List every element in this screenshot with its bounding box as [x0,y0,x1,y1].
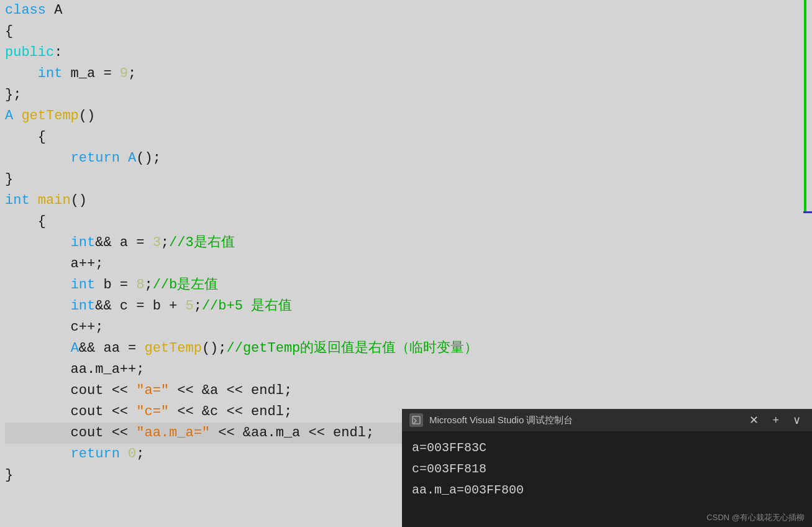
code-line-16: c++; [5,317,783,338]
code-line-14: int b = 8;//b是左值 [5,275,783,296]
editor-area: class A { public: int m_a = 9; }; A getT… [0,0,812,527]
code-line-12: int&& a = 3;//3是右值 [5,232,783,254]
terminal-icon [409,413,423,427]
code-line-8: return A(); [5,148,783,169]
code-line-6: A getTemp() [5,106,783,127]
code-line-3: public: [5,42,783,63]
terminal-line-3: aa.m_a=003FF800 [412,480,802,501]
scrollbar-indicator [803,211,812,213]
code-line-11: { [5,211,783,232]
code-line-15: int&& c = b + 5;//b+5 是右值 [5,296,783,317]
terminal-line-2: c=003FF818 [412,459,802,480]
code-line-4: int m_a = 9; [5,63,783,85]
terminal-chevron-button[interactable]: ∨ [789,413,805,427]
terminal-title: Microsoft Visual Studio 调试控制台 [429,415,739,426]
terminal-add-button[interactable]: + [769,413,783,427]
terminal-close-button[interactable]: ✕ [746,413,762,427]
code-line-1: class A [5,0,783,21]
code-line-2: { [5,21,783,42]
code-line-5: }; [5,85,783,106]
scrollbar-thumb[interactable] [804,0,806,211]
code-line-17: A&& aa = getTemp();//getTemp的返回值是右值（临时变量… [5,338,783,359]
terminal-content: a=003FF83C c=003FF818 aa.m_a=003FF800 [402,431,812,507]
code-line-9: } [5,169,783,190]
code-line-18: aa.m_a++; [5,359,783,380]
terminal-panel: Microsoft Visual Studio 调试控制台 ✕ + ∨ a=00… [402,409,812,527]
code-line-19: cout << "a=" << &a << endl; [5,380,783,401]
terminal-titlebar: Microsoft Visual Studio 调试控制台 ✕ + ∨ [402,409,812,431]
code-line-13: a++; [5,254,783,275]
code-line-7: { [5,127,783,148]
terminal-attribution: CSDN @有心栽花无心插柳 [706,512,805,523]
code-line-10: int main() [5,190,783,211]
terminal-line-1: a=003FF83C [412,438,802,459]
